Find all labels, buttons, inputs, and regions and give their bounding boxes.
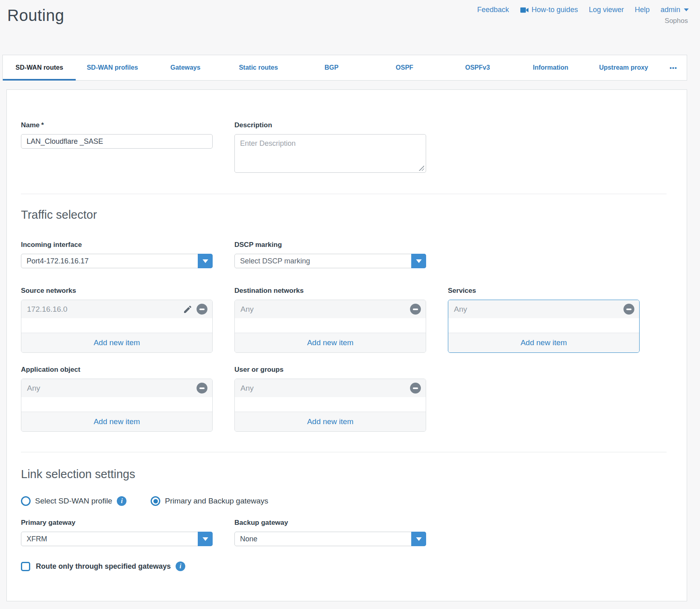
required-asterisk: * bbox=[41, 121, 44, 129]
triangle-down-icon bbox=[416, 259, 422, 263]
brand-label: Sophos bbox=[665, 17, 688, 25]
user-or-groups-label: User or groups bbox=[234, 366, 426, 374]
backup-gateway-group: Backup gateway None bbox=[234, 519, 426, 546]
dropdown-button[interactable] bbox=[411, 532, 426, 546]
remove-item-icon[interactable] bbox=[197, 383, 207, 394]
section-divider bbox=[21, 452, 667, 452]
tab-sd-wan-profiles[interactable]: SD-WAN profiles bbox=[76, 55, 149, 80]
routing-tabs: SD-WAN routes SD-WAN profiles Gateways S… bbox=[2, 55, 687, 81]
log-viewer-link[interactable]: Log viewer bbox=[589, 6, 624, 14]
info-icon[interactable]: i bbox=[176, 561, 185, 571]
incoming-interface-select[interactable]: Port4-172.16.16.17 bbox=[21, 254, 213, 268]
info-icon[interactable]: i bbox=[117, 496, 126, 506]
add-new-item-button[interactable]: Add new item bbox=[448, 333, 639, 352]
description-textarea[interactable] bbox=[234, 134, 426, 173]
edit-pencil-icon[interactable] bbox=[183, 304, 193, 314]
description-label: Description bbox=[234, 121, 426, 129]
services-box: Any Add new item bbox=[448, 300, 640, 353]
add-new-item-button[interactable]: Add new item bbox=[21, 412, 212, 431]
dscp-marking-group: DSCP marking Select DSCP marking bbox=[234, 241, 426, 268]
dscp-marking-select[interactable]: Select DSCP marking bbox=[234, 254, 426, 268]
triangle-down-icon bbox=[416, 537, 422, 541]
header-links: Feedback How-to guides Log viewer Help a… bbox=[477, 6, 689, 14]
link-selection-heading: Link selection settings bbox=[21, 468, 673, 481]
remove-item-icon[interactable] bbox=[197, 304, 207, 315]
user-or-groups-group: User or groups Any Add new item bbox=[234, 366, 426, 432]
howto-guides-link[interactable]: How-to guides bbox=[520, 6, 578, 14]
radio-select-sd-wan-profile[interactable]: Select SD-WAN profile i bbox=[21, 496, 126, 506]
destination-networks-box: Any Add new item bbox=[234, 300, 426, 353]
name-input[interactable] bbox=[21, 134, 213, 149]
radio-primary-backup-gateways[interactable]: Primary and Backup gateways bbox=[151, 496, 268, 506]
feedback-link[interactable]: Feedback bbox=[477, 6, 509, 14]
section-divider bbox=[21, 194, 667, 194]
video-camera-icon bbox=[520, 7, 529, 13]
triangle-down-icon bbox=[203, 537, 208, 541]
application-object-box: Any Add new item bbox=[21, 379, 213, 432]
remove-item-icon[interactable] bbox=[410, 383, 421, 394]
name-label: Name* bbox=[21, 121, 213, 129]
backup-gateway-label: Backup gateway bbox=[234, 519, 426, 527]
list-item: Any bbox=[235, 379, 426, 397]
source-networks-group: Source networks 172.16.16.0 Add new item bbox=[21, 287, 213, 353]
triangle-down-icon bbox=[203, 259, 208, 263]
tab-bgp[interactable]: BGP bbox=[295, 55, 368, 80]
application-object-group: Application object Any Add new item bbox=[21, 366, 213, 432]
tab-gateways[interactable]: Gateways bbox=[149, 55, 222, 80]
description-field-group: Description bbox=[234, 121, 426, 174]
list-item: Any bbox=[448, 300, 639, 318]
dscp-marking-label: DSCP marking bbox=[234, 241, 426, 249]
remove-item-icon[interactable] bbox=[623, 304, 634, 315]
dropdown-button[interactable] bbox=[198, 532, 213, 546]
add-new-item-button[interactable]: Add new item bbox=[235, 412, 426, 431]
primary-gateway-select[interactable]: XFRM bbox=[21, 532, 213, 546]
add-new-item-button[interactable]: Add new item bbox=[21, 333, 212, 352]
application-object-label: Application object bbox=[21, 366, 213, 374]
tab-information[interactable]: Information bbox=[514, 55, 587, 80]
primary-gateway-group: Primary gateway XFRM bbox=[21, 519, 213, 546]
tabs-overflow-button[interactable]: ••• bbox=[660, 55, 687, 80]
list-item: Any bbox=[235, 300, 426, 318]
backup-gateway-select[interactable]: None bbox=[234, 532, 426, 546]
list-item: Any bbox=[21, 379, 212, 397]
source-networks-box: 172.16.16.0 Add new item bbox=[21, 300, 213, 353]
name-field-group: Name* bbox=[21, 121, 213, 149]
source-networks-label: Source networks bbox=[21, 287, 213, 295]
incoming-interface-group: Incoming interface Port4-172.16.16.17 bbox=[21, 241, 213, 268]
destination-networks-label: Destination networks bbox=[234, 287, 426, 295]
services-group: Services Any Add new item bbox=[448, 287, 640, 353]
user-or-groups-box: Any Add new item bbox=[234, 379, 426, 432]
sd-wan-route-form: Name* Description Traffic selector Incom… bbox=[6, 89, 687, 601]
traffic-selector-heading: Traffic selector bbox=[21, 208, 673, 222]
top-bar: Routing Feedback How-to guides Log viewe… bbox=[0, 0, 700, 55]
admin-menu[interactable]: admin bbox=[661, 6, 689, 14]
dropdown-button[interactable] bbox=[411, 254, 426, 268]
tab-sd-wan-routes[interactable]: SD-WAN routes bbox=[3, 55, 76, 80]
add-new-item-button[interactable]: Add new item bbox=[235, 333, 426, 352]
route-only-checkbox[interactable] bbox=[21, 562, 30, 571]
radio-icon-checked[interactable] bbox=[151, 496, 160, 506]
tab-ospf[interactable]: OSPF bbox=[368, 55, 441, 80]
primary-gateway-label: Primary gateway bbox=[21, 519, 213, 527]
tab-static-routes[interactable]: Static routes bbox=[222, 55, 295, 80]
route-only-checkbox-label: Route only through specified gateways bbox=[36, 562, 171, 571]
remove-item-icon[interactable] bbox=[410, 304, 421, 315]
list-item: 172.16.16.0 bbox=[21, 300, 212, 318]
dropdown-button[interactable] bbox=[198, 254, 213, 268]
destination-networks-group: Destination networks Any Add new item bbox=[234, 287, 426, 353]
tab-ospfv3[interactable]: OSPFv3 bbox=[441, 55, 514, 80]
help-link[interactable]: Help bbox=[635, 6, 650, 14]
incoming-interface-label: Incoming interface bbox=[21, 241, 213, 249]
services-label: Services bbox=[448, 287, 640, 295]
tab-upstream-proxy[interactable]: Upstream proxy bbox=[587, 55, 660, 80]
radio-icon[interactable] bbox=[21, 496, 31, 506]
caret-down-icon bbox=[684, 8, 689, 11]
